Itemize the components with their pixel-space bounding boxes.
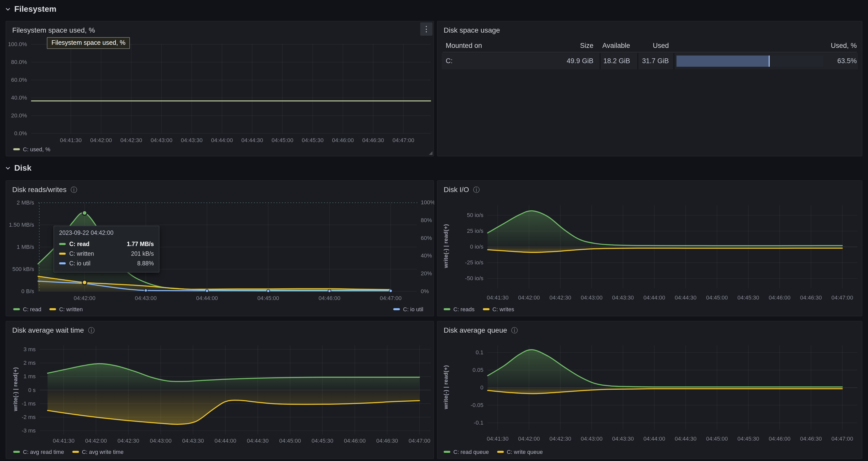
x-axis-tick-label: 04:44:30 (675, 295, 696, 301)
x-axis-tick-label: 04:47:00 (831, 295, 853, 301)
y-axis-tick-label: -3 ms (22, 427, 36, 434)
x-axis-tick-label: 04:43:00 (581, 295, 602, 301)
tooltip-swatch (59, 243, 66, 245)
cell-divider (674, 53, 675, 69)
x-axis-tick-label: 04:44:30 (247, 437, 269, 444)
legend-reads-writes: C: readC: written C: io util (13, 306, 423, 312)
y-axis-tick-label: 2 MB/s (17, 199, 34, 206)
legend-item-c-avg-write-time[interactable]: C: avg write time (72, 449, 124, 455)
panel-filesystem-space-used: Filesystem space used, % ⋮ 0.0%20.0%40.0… (6, 21, 434, 156)
legend-item-c-read-queue[interactable]: C: read queue (444, 449, 489, 455)
x-axis-tick-label: 04:44:00 (211, 137, 233, 144)
legend-swatch (13, 308, 20, 310)
legend-item-c-writes[interactable]: C: writes (483, 306, 514, 312)
legend-wait-time: C: avg read timeC: avg write time (13, 449, 423, 455)
x-axis-tick-label: 04:43:30 (612, 435, 634, 442)
dashboard: Filesystem Filesystem space used, % ⋮ 0.… (0, 0, 868, 461)
panel-disk-avg-queue: Disk average queue ⓘ -0.1-0.0500.050.104… (437, 321, 862, 459)
table-header-size[interactable]: Size (580, 40, 593, 52)
x-axis-tick-label: 04:46:00 (332, 137, 354, 144)
x-axis-tick-label: 04:42:00 (518, 435, 540, 442)
y-axis-tick-label: 500 kB/s (12, 266, 34, 272)
section-header-disk[interactable]: Disk (5, 163, 32, 173)
y-axis-tick-label: 0 (480, 385, 484, 391)
used-bar-gauge (677, 56, 823, 67)
legend-swatch (72, 451, 79, 453)
tooltip-swatch (59, 262, 66, 264)
y-axis-right-tick-label: 60% (421, 235, 432, 241)
y-axis-tick-label: 1.50 MB/s (9, 222, 34, 228)
legend-item-c-write-queue[interactable]: C: write queue (497, 449, 543, 455)
legend-item-c-written[interactable]: C: written (50, 306, 83, 312)
y-axis-tick-label: 80.0% (11, 59, 27, 65)
x-axis-tick-label: 04:45:30 (737, 435, 759, 442)
data-point (389, 289, 392, 293)
x-axis-tick-label: 04:43:00 (151, 137, 173, 144)
y-axis-right-tick-label: 80% (421, 217, 432, 223)
y-axis-tick-label: 20.0% (11, 112, 27, 119)
y-axis-tick-label: -0.05 (471, 402, 484, 408)
section-header-filesystem[interactable]: Filesystem (5, 5, 56, 14)
y-axis-tick-label: 1 ms (24, 373, 36, 379)
cell-divider (637, 53, 638, 69)
disk-avg-wait-time-chart[interactable]: -3 ms-2 ms-1 ms0 s1 ms2 ms3 ms04:41:3004… (6, 321, 435, 459)
x-axis-tick-label: 04:42:30 (117, 437, 139, 444)
legend-item-c-used-[interactable]: C: used, % (13, 146, 51, 152)
used-bar-edge (769, 56, 770, 67)
disk-avg-queue-chart[interactable]: -0.1-0.0500.050.104:41:3004:42:0004:42:3… (438, 321, 863, 459)
panel-disk-space-usage: Disk space usage Mounted onSizeAvailable… (437, 21, 862, 156)
x-axis-tick-label: 04:44:00 (643, 295, 665, 301)
highlighted-data-point (82, 211, 87, 215)
legend-group-right: C: io util (394, 306, 424, 312)
x-axis-tick-label: 04:42:00 (73, 295, 95, 301)
chevron-down-icon (5, 165, 11, 171)
legend-label: C: read queue (453, 449, 489, 455)
legend-item-c-reads[interactable]: C: reads (444, 306, 474, 312)
x-axis-tick-label: 04:47:00 (380, 295, 402, 301)
x-axis-tick-label: 04:42:00 (85, 437, 107, 444)
tooltip-row: C: read1.77 MB/s (59, 239, 154, 249)
legend-swatch (497, 451, 503, 453)
section-title: Filesystem (14, 5, 56, 14)
legend-item-c-read[interactable]: C: read (13, 306, 41, 312)
legend-group-left: C: readC: written (13, 306, 83, 312)
table-cell-used: 31.7 GiB (642, 53, 669, 69)
tooltip-series-label: C: written (69, 250, 128, 256)
panel-title-tooltip: Filesystem space used, % (47, 37, 130, 49)
x-axis-tick-label: 04:46:00 (769, 295, 790, 301)
legend-swatch (444, 451, 450, 453)
x-axis-tick-label: 04:46:30 (800, 295, 822, 301)
table-cell-used_pct: 63.5% (837, 53, 857, 69)
x-axis-tick-label: 04:45:00 (257, 295, 279, 301)
table-header-mounted_on[interactable]: Mounted on (446, 40, 482, 52)
y-axis-tick-label: -0.1 (474, 420, 484, 426)
legend-group-left: C: avg read timeC: avg write time (13, 449, 124, 455)
table-header-divider (443, 52, 857, 53)
table-header-used_pct[interactable]: Used, % (831, 40, 857, 52)
y-axis-tick-label: 60.0% (11, 76, 27, 83)
y-axis-tick-label: 0 s (28, 387, 36, 393)
x-axis-tick-label: 04:46:30 (362, 137, 384, 144)
x-axis-tick-label: 04:43:00 (581, 435, 602, 442)
legend-item-c-avg-read-time[interactable]: C: avg read time (13, 449, 64, 455)
x-axis-tick-label: 04:42:30 (549, 435, 571, 442)
table-header-available[interactable]: Available (602, 40, 630, 52)
resize-handle[interactable] (429, 151, 432, 155)
legend-group-left: C: readsC: writes (444, 306, 514, 312)
y-axis-right-tick-label: 100% (421, 199, 435, 206)
y-axis-tick-label: -50 io/s (465, 275, 484, 281)
disk-io-chart[interactable]: -50 io/s-25 io/s0 io/s25 io/s50 io/s04:4… (438, 181, 863, 317)
panel-title-disk-space-usage[interactable]: Disk space usage (444, 25, 500, 36)
y-axis-right-tick-label: 40% (421, 252, 432, 259)
series-area-C: read queue (488, 350, 842, 388)
table-header-used[interactable]: Used (653, 40, 669, 52)
highlighted-data-point (82, 280, 87, 285)
y-axis-right-tick-label: 0% (421, 288, 429, 295)
legend-group-left: C: read queueC: write queue (444, 449, 543, 455)
x-axis-tick-label: 04:46:30 (800, 435, 822, 442)
legend-item-c-io-util[interactable]: C: io util (394, 306, 424, 312)
tooltip-row: C: io util8.88% (59, 258, 154, 268)
x-axis-tick-label: 04:45:00 (272, 137, 293, 144)
x-axis-tick-label: 04:42:30 (121, 137, 143, 144)
tooltip-series-label: C: read (69, 241, 123, 247)
